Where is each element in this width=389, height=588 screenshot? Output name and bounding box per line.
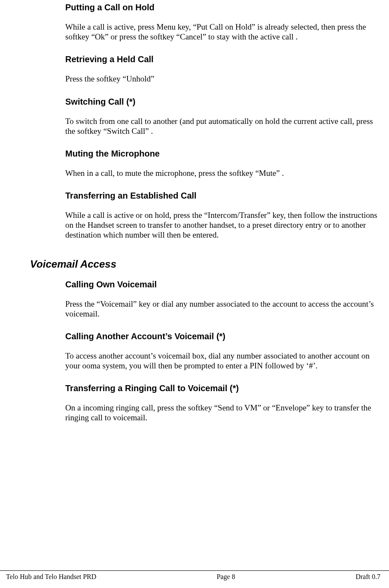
footer-center: Page 8 [217,573,235,581]
heading-calling-own-voicemail: Calling Own Voicemail [65,280,380,289]
heading-transferring-ringing-call-voicemail: Transferring a Ringing Call to Voicemail… [65,383,380,393]
body-calling-own-voicemail: Press the “Voicemail” key or dial any nu… [65,299,380,319]
body-transferring-ringing-call-voicemail: On a incoming ringing call, press the so… [65,403,380,422]
heading-retrieving-held-call: Retrieving a Held Call [65,54,380,64]
heading-calling-another-account-voicemail: Calling Another Account’s Voicemail (*) [65,332,380,341]
page-footer: Telo Hub and Telo Handset PRD Page 8 Dra… [0,570,389,581]
body-transferring-established-call: While a call is active or on hold, press… [65,210,380,240]
footer-left: Telo Hub and Telo Handset PRD [6,573,96,581]
body-putting-call-on-hold: While a call is active, press Menu key, … [65,22,380,42]
section-title-voicemail-access: Voicemail Access [30,258,380,270]
body-muting-microphone: When in a call, to mute the microphone, … [65,168,380,178]
heading-switching-call: Switching Call (*) [65,97,380,107]
heading-transferring-established-call: Transferring an Established Call [65,191,380,201]
body-calling-another-account-voicemail: To access another account’s voicemail bo… [65,351,380,371]
body-retrieving-held-call: Press the softkey “Unhold” [65,74,380,84]
body-switching-call: To switch from one call to another (and … [65,116,380,136]
page-content: Putting a Call on Hold While a call is a… [0,3,389,423]
heading-putting-call-on-hold: Putting a Call on Hold [65,3,380,12]
footer-right: Draft 0.7 [356,573,380,581]
heading-muting-microphone: Muting the Microphone [65,149,380,159]
